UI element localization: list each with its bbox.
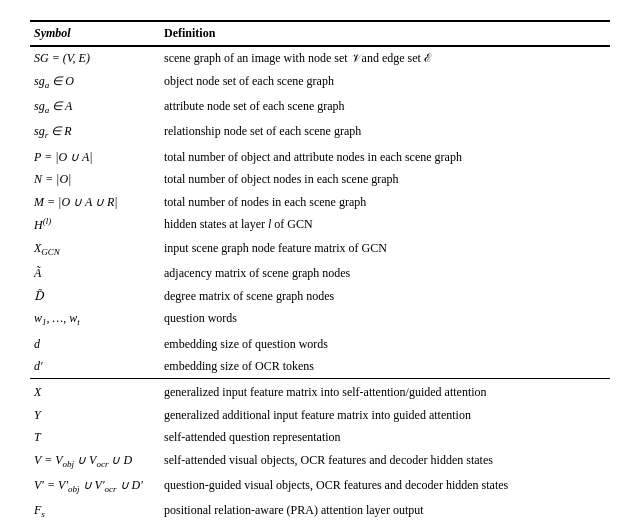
table-row-definition: question words [160,307,610,332]
table-row: XGCNinput scene graph node feature matri… [30,237,610,262]
table-row-definition: embedding size of question words [160,333,610,356]
table-row-definition: attribute node set of each scene graph [160,95,610,120]
table-row: dembedding size of question words [30,333,610,356]
table-row: D̃degree matrix of scene graph nodes [30,285,610,308]
table-row: Ygeneralized additional input feature ma… [30,404,610,427]
table-row: H(l)hidden states at layer l of GCN [30,213,610,237]
table-row-definition: scene graph of an image with node set 𝒱 … [160,46,610,70]
table-row-symbol: XGCN [30,237,160,262]
table-row-symbol: V′ = V′obj ∪ V′ocr ∪ D′ [30,474,160,499]
table-row-symbol: H(l) [30,213,160,237]
table-row-symbol: sga ∈ O [30,70,160,95]
table-row-definition: input scene graph node feature matrix of… [160,237,610,262]
table-row: V = Vobj ∪ Vocr ∪ Dself-attended visual … [30,449,610,474]
table-row-symbol: w1, …, wt [30,307,160,332]
table-row-symbol: P = |O ∪ A| [30,146,160,169]
table-row: Tself-attended question representation [30,426,610,449]
table-row-definition: positional relation-aware (PRA) attentio… [160,499,610,520]
table-row-definition: degree matrix of scene graph nodes [160,285,610,308]
table-row-definition: total number of object and attribute nod… [160,146,610,169]
table-row-symbol: D̃ [30,285,160,308]
table-row-symbol: d [30,333,160,356]
table-row-symbol: Y [30,404,160,427]
table-row-definition: generalized additional input feature mat… [160,404,610,427]
table-row-symbol: T [30,426,160,449]
col-symbol-header: Symbol [30,21,160,46]
table-row-definition: self-attended visual objects, OCR featur… [160,449,610,474]
table-row: M = |O ∪ A ∪ R|total number of nodes in … [30,191,610,214]
table-row-symbol: V = Vobj ∪ Vocr ∪ D [30,449,160,474]
table-row-symbol: sgr ∈ R [30,120,160,145]
table-row-definition: total number of object nodes in each sce… [160,168,610,191]
table-row-symbol: sga ∈ A [30,95,160,120]
table-row: N = |O|total number of object nodes in e… [30,168,610,191]
table-row-definition: hidden states at layer l of GCN [160,213,610,237]
table-row-symbol: N = |O| [30,168,160,191]
table-row: d′embedding size of OCR tokens [30,355,610,378]
col-definition-header: Definition [160,21,610,46]
table-row: sgr ∈ Rrelationship node set of each sce… [30,120,610,145]
table-row: Ãadjacency matrix of scene graph nodes [30,262,610,285]
table-row-definition: question-guided visual objects, OCR feat… [160,474,610,499]
table-row: sga ∈ Oobject node set of each scene gra… [30,70,610,95]
table-row-symbol: SG = (V, E) [30,46,160,70]
table-row: V′ = V′obj ∪ V′ocr ∪ D′question-guided v… [30,474,610,499]
notation-table: Symbol Definition SG = (V, E)scene graph… [30,20,610,520]
table-row-symbol: X [30,378,160,403]
table-row-definition: object node set of each scene graph [160,70,610,95]
table-row: Xgeneralized input feature matrix into s… [30,378,610,403]
table-row-symbol: M = |O ∪ A ∪ R| [30,191,160,214]
table-row-definition: adjacency matrix of scene graph nodes [160,262,610,285]
table-row-symbol: d′ [30,355,160,378]
table-row-symbol: Fs [30,499,160,520]
table-row: Fspositional relation-aware (PRA) attent… [30,499,610,520]
table-row-symbol: Ã [30,262,160,285]
table-row-definition: total number of nodes in each scene grap… [160,191,610,214]
table-row-definition: generalized input feature matrix into se… [160,378,610,403]
table-row: SG = (V, E)scene graph of an image with … [30,46,610,70]
table-row: w1, …, wtquestion words [30,307,610,332]
table-row-definition: self-attended question representation [160,426,610,449]
table-row: sga ∈ Aattribute node set of each scene … [30,95,610,120]
table-row-definition: relationship node set of each scene grap… [160,120,610,145]
table-row: P = |O ∪ A|total number of object and at… [30,146,610,169]
table-row-definition: embedding size of OCR tokens [160,355,610,378]
